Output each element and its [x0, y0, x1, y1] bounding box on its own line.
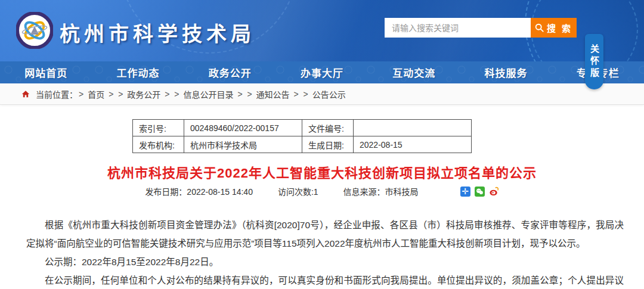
main-nav: 网站首页 工作动态 政务公开 办事大厅 互动交流 科技服务 专题专栏: [0, 61, 644, 83]
breadcrumb-item-home[interactable]: 首页: [88, 88, 104, 100]
site-header: 杭州市科学技术局 搜 索: [0, 0, 644, 61]
article-body: 根据《杭州市重大科技创新项目资金管理办法》（杭科资[2020]70号），经企业申…: [0, 216, 644, 289]
article-paragraph: 公示期：2022年8月15至2022年8月22日。: [26, 253, 624, 271]
share-plus-icon[interactable]: ✛: [460, 187, 470, 197]
nav-item-tech-services[interactable]: 科技服务: [460, 61, 552, 83]
nav-item-gov-affairs[interactable]: 政务公开: [184, 61, 276, 83]
page: 杭州市科学技术局 搜 索 关怀版 网站首页 工作动态 政务公开 办事大厅 互动交…: [0, 0, 644, 289]
share-buttons: ✛: [460, 187, 499, 197]
table-row: 发布机构: 杭州市科学技术局 生成日期: 2022-08-15: [133, 136, 472, 153]
search-icon: [535, 23, 544, 32]
nav-item-interaction[interactable]: 互动交流: [368, 61, 460, 83]
home-icon: [21, 90, 30, 98]
issuing-agency-label: 发布机构:: [133, 136, 184, 153]
page-title: 杭州市科技局关于2022年人工智能重大科技创新项目拟立项名单的公示: [0, 162, 644, 181]
issue-date-value: 2022-08-15: [354, 136, 472, 153]
info-source: 信息来源：市科技局: [343, 185, 419, 197]
article-meta: 发布日期：2022-08-15 14:40 访问次数:1 信息来源：市科技局 ✛: [0, 185, 644, 197]
search-input[interactable]: [385, 18, 531, 38]
index-number-value: 002489460/2022-00157: [184, 120, 302, 136]
wechat-share-icon[interactable]: [475, 187, 485, 197]
breadcrumb-item-announcements[interactable]: 公告公示: [312, 88, 346, 100]
bureau-emblem-icon: [16, 12, 53, 49]
search-button-label: 搜 索: [547, 21, 572, 34]
article-paragraph: 在公示期间，任何单位和个人对公布的结果持有异议的，可以真实身份和书面形式向我局提…: [26, 271, 624, 289]
issuing-agency-value: 杭州市科学技术局: [184, 136, 302, 153]
site-title: 杭州市科学技术局: [60, 18, 255, 47]
article-paragraph: 根据《杭州市重大科技创新项目资金管理办法》（杭科资[2020]70号），经企业申…: [26, 216, 624, 253]
visit-count: 访问次数:1: [278, 185, 318, 197]
table-row: 索引号: 002489460/2022-00157 文件编号:: [133, 120, 472, 136]
file-number-value: [354, 120, 472, 136]
breadcrumb-item-info-catalog[interactable]: 信息公开目录: [183, 88, 233, 100]
issue-date-label: 生成日期:: [302, 136, 354, 153]
nav-item-work-news[interactable]: 工作动态: [92, 61, 184, 83]
care-mode-tab[interactable]: 关怀版: [585, 34, 603, 89]
index-number-label: 索引号:: [133, 120, 184, 136]
breadcrumb: 当前位置： > 首页 > > 政务公开 > > 信息公开目录 > > 通知公告 …: [0, 83, 644, 105]
weibo-share-icon[interactable]: [489, 187, 499, 197]
breadcrumb-prefix: 当前位置：: [36, 88, 78, 100]
nav-item-service-hall[interactable]: 办事大厅: [276, 61, 368, 83]
breadcrumb-item-gov-affairs[interactable]: 政务公开: [127, 88, 160, 100]
breadcrumb-item-notices[interactable]: 通知公告: [256, 88, 290, 100]
publish-date: 发布日期：2022-08-15 14:40: [145, 185, 253, 197]
search-bar: 搜 索: [385, 18, 577, 38]
file-number-label: 文件编号:: [302, 120, 354, 136]
nav-item-home[interactable]: 网站首页: [0, 61, 92, 83]
document-metadata-table: 索引号: 002489460/2022-00157 文件编号: 发布机构: 杭州…: [132, 119, 472, 153]
search-button[interactable]: 搜 索: [531, 18, 577, 38]
